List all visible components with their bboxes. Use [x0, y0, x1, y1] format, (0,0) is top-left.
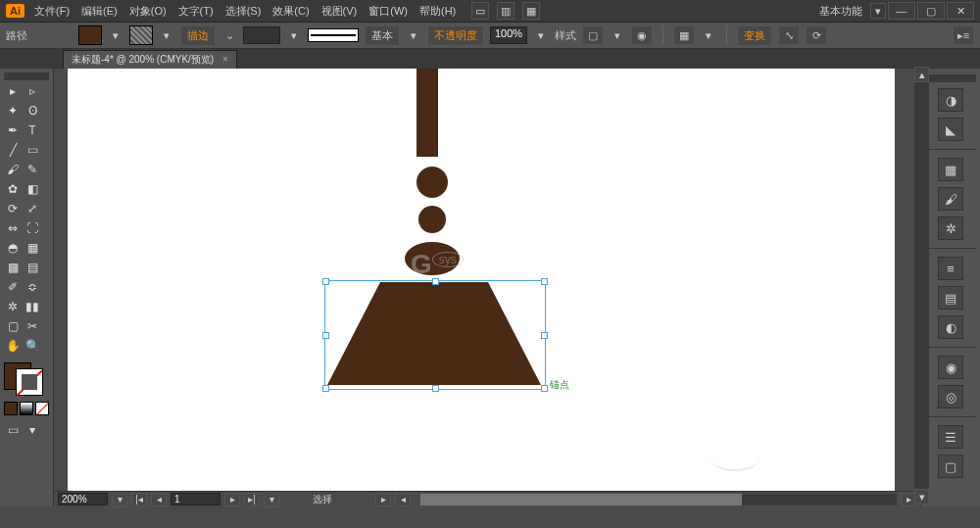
stroke-dropdown-icon[interactable]: ▾ — [159, 27, 174, 43]
scale-tool-icon[interactable]: ⤢ — [24, 200, 41, 217]
zoom-input[interactable]: 200% — [58, 493, 108, 505]
menu-effect[interactable]: 效果(C) — [272, 4, 309, 19]
zoom-tool-icon[interactable]: 🔍 — [24, 337, 41, 355]
handle-mid-right[interactable] — [541, 332, 548, 339]
perspective-tool-icon[interactable]: ▦ — [24, 239, 41, 257]
rotate-tool-icon[interactable]: ⟳ — [4, 200, 22, 217]
layers-panel-icon[interactable]: ☰ — [938, 425, 963, 449]
transform-label[interactable]: 变换 — [737, 25, 772, 46]
next-artboard-icon[interactable]: ▸ — [224, 493, 240, 506]
fill-swatch[interactable] — [78, 25, 102, 45]
screen-mode-icon[interactable]: ▭ — [4, 421, 22, 439]
direct-selection-tool-icon[interactable]: ▹ — [24, 82, 41, 100]
recolor-icon[interactable]: ◉ — [631, 25, 653, 45]
mesh-tool-icon[interactable]: ▩ — [4, 259, 22, 276]
prev-artboard-icon[interactable]: ◂ — [151, 493, 167, 506]
width-tool-icon[interactable]: ⇔ — [4, 219, 22, 237]
hscroll-track[interactable] — [420, 494, 897, 505]
opacity-dd-icon[interactable]: ▾ — [533, 27, 549, 43]
slice-tool-icon[interactable]: ✂ — [24, 317, 41, 335]
layout-icon[interactable]: ▭ — [471, 2, 489, 20]
opacity-input[interactable]: 100% — [490, 26, 527, 44]
canvas[interactable]: 锚点 Gsys — [54, 69, 920, 491]
shape-circle-1[interactable] — [416, 167, 448, 198]
artboard[interactable]: 锚点 Gsys — [68, 69, 895, 491]
menu-select[interactable]: 选择(S) — [225, 4, 262, 19]
close-button[interactable]: ✕ — [947, 2, 974, 20]
handle-mid-left[interactable] — [322, 332, 329, 339]
menu-type[interactable]: 文字(T) — [178, 4, 214, 19]
vscroll-down-icon[interactable]: ▾ — [914, 489, 929, 504]
minimize-button[interactable]: — — [888, 2, 915, 20]
transform-icon-2[interactable]: ⟳ — [806, 25, 827, 45]
menu-object[interactable]: 对象(O) — [129, 4, 167, 19]
stroke-profile-dd[interactable]: 基本 — [365, 25, 400, 46]
shape-circle-2[interactable] — [418, 206, 446, 233]
handle-bot-mid[interactable] — [432, 385, 439, 392]
hscroll-left-icon[interactable]: ◂ — [395, 493, 411, 506]
zoom-dd-icon[interactable]: ▾ — [112, 492, 127, 507]
symbol-sprayer-tool-icon[interactable]: ✲ — [4, 298, 22, 315]
opacity-label[interactable]: 不透明度 — [427, 25, 484, 46]
appearance-panel-icon[interactable]: ◉ — [938, 356, 963, 379]
grid-icon[interactable]: ▦ — [522, 2, 540, 20]
status-dd-icon[interactable]: ▸ — [375, 493, 391, 506]
shape-rectangle[interactable] — [416, 69, 438, 157]
gradient-tool-icon[interactable]: ▤ — [24, 259, 41, 276]
transparency-panel-icon[interactable]: ◐ — [938, 315, 963, 339]
pen-tool-icon[interactable]: ✒ — [4, 121, 22, 139]
last-artboard-icon[interactable]: ▸| — [244, 493, 260, 506]
artboard-number-input[interactable]: 1 — [171, 493, 220, 505]
align-icon[interactable]: ▦ — [673, 25, 695, 45]
brush-dd-icon[interactable]: ▾ — [406, 27, 421, 43]
maximize-button[interactable]: ▢ — [917, 2, 945, 20]
artboard-tool-icon[interactable]: ▢ — [4, 317, 22, 335]
handle-top-left[interactable] — [322, 278, 329, 285]
rectangle-tool-icon[interactable]: ▭ — [24, 141, 41, 159]
line-tool-icon[interactable]: ╱ — [4, 141, 22, 159]
vscroll-track[interactable] — [914, 82, 929, 489]
handle-bot-right[interactable] — [541, 385, 548, 392]
handle-top-right[interactable] — [541, 278, 548, 285]
handle-bot-left[interactable] — [322, 385, 329, 392]
first-artboard-icon[interactable]: |◂ — [131, 493, 147, 506]
lasso-tool-icon[interactable]: ʘ — [24, 102, 41, 120]
gradient-panel-icon[interactable]: ▤ — [938, 286, 963, 310]
brushes-panel-icon[interactable]: 🖌 — [938, 187, 963, 211]
menu-help[interactable]: 帮助(H) — [419, 4, 456, 19]
selection-bounding-box[interactable] — [324, 280, 546, 390]
type-tool-icon[interactable]: T — [24, 121, 41, 139]
color-panel-icon[interactable]: ◑ — [938, 88, 963, 112]
hand-tool-icon[interactable]: ✋ — [4, 337, 22, 355]
blob-brush-tool-icon[interactable]: ✿ — [4, 180, 22, 198]
color-mode-row[interactable] — [4, 402, 49, 415]
symbols-panel-icon[interactable]: ✲ — [938, 216, 963, 240]
panel-menu-icon[interactable]: ▸≡ — [953, 25, 974, 45]
color-guide-panel-icon[interactable]: ◣ — [938, 118, 963, 141]
graphic-styles-panel-icon[interactable]: ◎ — [938, 385, 963, 408]
transform-icon-1[interactable]: ⤡ — [778, 25, 800, 45]
blend-tool-icon[interactable]: ≎ — [24, 278, 41, 296]
fill-dropdown-icon[interactable]: ▾ — [108, 27, 123, 43]
graphic-style-swatch[interactable]: ▢ — [582, 25, 604, 45]
graph-tool-icon[interactable]: ▮▮ — [24, 298, 41, 315]
align-dd-icon[interactable]: ▾ — [701, 27, 716, 43]
fill-stroke-swatch[interactable] — [4, 362, 43, 396]
menu-window[interactable]: 窗口(W) — [368, 4, 408, 19]
document-tab[interactable]: 未标题-4* @ 200% (CMYK/预览) × — [63, 50, 237, 69]
artboard-nav-dd-icon[interactable]: ▾ — [264, 492, 279, 507]
pencil-tool-icon[interactable]: ✎ — [24, 161, 41, 178]
close-tab-icon[interactable]: × — [222, 54, 228, 65]
stroke-profile-preview[interactable] — [308, 28, 359, 42]
stroke-weight-stepper-icon[interactable]: ▾ — [286, 27, 302, 43]
artboards-panel-icon[interactable]: ▢ — [938, 455, 963, 478]
swatches-panel-icon[interactable]: ▦ — [938, 158, 963, 181]
eyedropper-tool-icon[interactable]: ✐ — [4, 278, 22, 296]
workspace-switcher[interactable]: 基本功能 — [819, 4, 862, 19]
stroke-weight-input[interactable] — [243, 26, 280, 44]
workspace-dropdown-icon[interactable]: ▾ — [870, 3, 886, 19]
change-screen-icon[interactable]: ▾ — [24, 421, 41, 439]
stroke-swatch[interactable] — [129, 25, 153, 45]
arrange-icon[interactable]: ▥ — [497, 2, 514, 20]
stroke-weight-icon[interactable]: ⌄ — [221, 27, 237, 43]
